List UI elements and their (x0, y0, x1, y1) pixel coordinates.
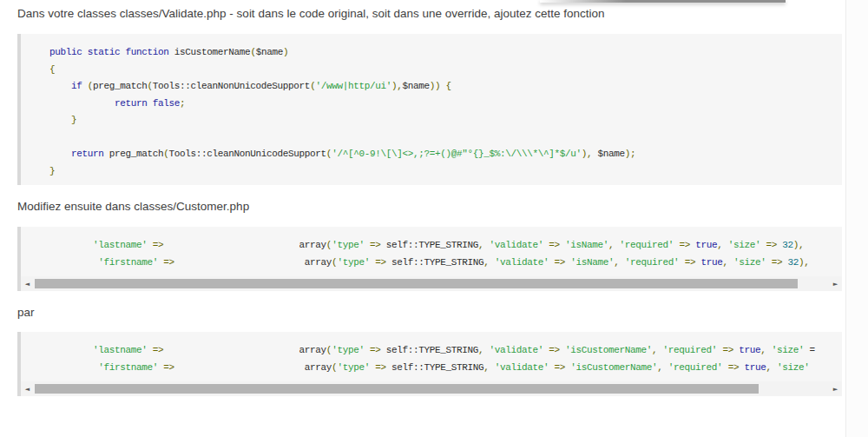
code-line: } (28, 163, 835, 181)
scroll-left-arrow-icon[interactable]: ◄ (21, 276, 34, 291)
scrollbar-thumb[interactable] (35, 279, 798, 288)
code-line: return false; (28, 96, 835, 113)
code-block-customer-before[interactable]: 'lastname' => array('type' => self::TYPE… (17, 227, 842, 291)
code-line: 'firstname' => array('type' => self::TYP… (28, 255, 835, 272)
code-line (28, 129, 835, 147)
code-line: } (28, 112, 835, 129)
code-block-customer-after[interactable]: 'lastname' => array('type' => self::TYPE… (17, 332, 842, 396)
code-content-customer-after: 'lastname' => array('type' => self::TYPE… (21, 332, 842, 381)
instruction-text-validate: Dans votre classes classes/Validate.php … (17, 0, 842, 34)
code-line: { (28, 62, 835, 79)
forum-post-content: Dans votre classes classes/Validate.php … (0, 0, 846, 396)
scroll-right-arrow-icon[interactable]: ► (829, 276, 842, 291)
scrollbar-track[interactable] (34, 276, 829, 291)
instruction-text-par: par (17, 291, 842, 332)
instruction-text-customer: Modifiez ensuite dans classes/Customer.p… (17, 185, 842, 227)
scroll-right-arrow-icon[interactable]: ► (829, 381, 842, 396)
code-content-customer-before: 'lastname' => array('type' => self::TYPE… (21, 227, 842, 276)
content-right-border (845, 0, 868, 437)
code-content-validate: public static function isCustomerName($n… (21, 34, 842, 185)
code-line: if (preg_match(Tools::cleanNonUnicodeSup… (28, 78, 835, 96)
code-line: 'firstname' => array('type' => self::TYP… (28, 360, 835, 377)
scrollbar-thumb[interactable] (35, 384, 759, 394)
code-block-validate-php[interactable]: public static function isCustomerName($n… (17, 34, 842, 185)
scroll-left-arrow-icon[interactable]: ◄ (21, 381, 34, 396)
horizontal-scrollbar[interactable]: ◄ ► (21, 381, 842, 396)
code-line: return preg_match(Tools::cleanNonUnicode… (28, 146, 835, 163)
scrollbar-track[interactable] (34, 381, 829, 396)
horizontal-scrollbar[interactable]: ◄ ► (21, 276, 842, 291)
code-line: 'lastname' => array('type' => self::TYPE… (28, 342, 835, 360)
code-line: 'lastname' => array('type' => self::TYPE… (28, 237, 835, 255)
code-line: public static function isCustomerName($n… (28, 44, 835, 62)
